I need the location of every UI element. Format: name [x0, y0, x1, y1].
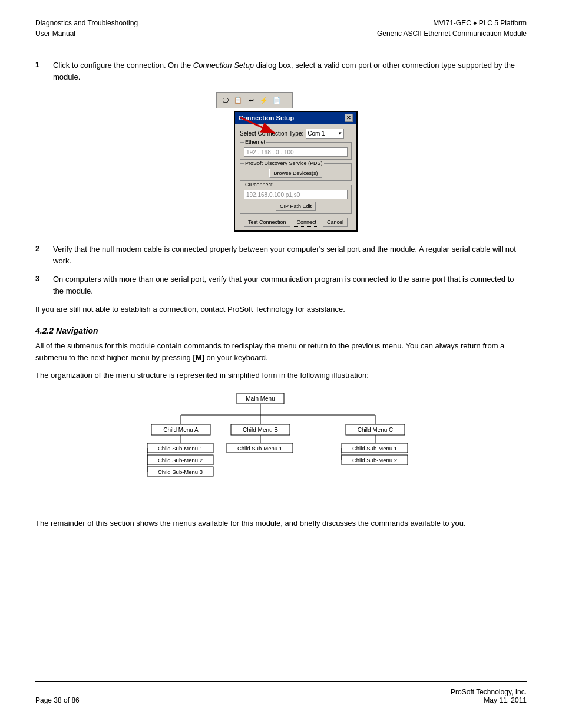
step-3-number: 3 [35, 274, 45, 297]
step-1-text: Click to configure the connection. On th… [53, 60, 527, 83]
svg-text:Child Sub-Menu 2: Child Sub-Menu 2 [352, 457, 397, 463]
menu-tree-diagram: Main Menu Child Menu A Child Menu B Chil… [128, 390, 434, 508]
step-3: 3 On computers with more than one serial… [35, 274, 527, 297]
header-right-line1: MVI71-GEC ♦ PLC 5 Platform [377, 18, 527, 28]
step-1-italic: Connection Setup [193, 61, 254, 70]
step-2-number: 2 [35, 243, 45, 266]
page-footer: Page 38 of 86 ProSoft Technology, Inc. M… [35, 681, 527, 704]
step-2: 2 Verify that the null modem cable is co… [35, 243, 527, 266]
svg-text:Main Menu: Main Menu [246, 396, 275, 402]
toolbar-icon-3: ↩ [245, 94, 257, 106]
svg-text:Child Sub-Menu 2: Child Sub-Menu 2 [158, 457, 203, 463]
dialog-button-row: Test Connection Connect Cancel [240, 218, 352, 227]
ethernet-group: Ethernet [240, 142, 352, 160]
para-final: The remainder of this section shows the … [35, 518, 527, 529]
section-para1-suffix: on your keyboard. [204, 353, 268, 362]
footer-page-number: Page 38 of 86 [35, 696, 80, 704]
para-contact: If you are still not able to establish a… [35, 304, 527, 315]
svg-text:Child Menu C: Child Menu C [358, 427, 394, 433]
page-header: Diagnostics and Troubleshooting User Man… [35, 18, 527, 45]
svg-line-1 [240, 117, 275, 133]
step-1-number: 1 [35, 60, 45, 83]
toolbar-icon-1: 🖵 [219, 94, 231, 106]
connect-button[interactable]: Connect [293, 218, 321, 227]
header-left-line2: User Manual [35, 28, 138, 39]
svg-text:Child Menu B: Child Menu B [243, 427, 278, 433]
section-para1-prefix: All of the submenus for this module cont… [35, 341, 504, 362]
pds-group-label: ProSoft Discovery Service (PDS) [244, 160, 324, 166]
red-arrow-indicator [222, 108, 293, 141]
svg-text:Child Sub-Menu 1: Child Sub-Menu 1 [237, 445, 282, 452]
pds-group: ProSoft Discovery Service (PDS) Browse D… [240, 163, 352, 181]
test-connection-button[interactable]: Test Connection [244, 218, 290, 227]
section-para1: All of the submenus for this module cont… [35, 340, 527, 364]
svg-text:Child Sub-Menu 3: Child Sub-Menu 3 [158, 469, 203, 475]
step-1-text-prefix: Click to configure the connection. On th… [53, 61, 193, 70]
footer-company: ProSoft Technology, Inc. May 11, 2011 [451, 688, 527, 704]
svg-text:Child Menu A: Child Menu A [163, 427, 199, 433]
dialog-close-button[interactable]: ✕ [345, 114, 353, 122]
main-content: 1 Click to configure the connection. On … [35, 60, 527, 681]
cipconnect-group-label: CIPconnect [244, 182, 274, 187]
footer-company-name: ProSoft Technology, Inc. [451, 688, 527, 696]
header-right-line2: Generic ASCII Ethernet Communication Mod… [377, 28, 527, 39]
cipconnect-group: CIPconnect CIP Path Edit [240, 185, 352, 214]
section-bold: [M] [193, 353, 204, 362]
svg-text:Child Sub-Menu 1: Child Sub-Menu 1 [158, 445, 203, 452]
menu-tree-area: Main Menu Child Menu A Child Menu B Chil… [35, 390, 527, 508]
section-heading: 4.2.2 Navigation [35, 326, 527, 335]
cipconnect-path-input[interactable] [244, 190, 348, 199]
svg-text:Child Sub-Menu 1: Child Sub-Menu 1 [352, 445, 397, 452]
browse-devices-button[interactable]: Browse Devices(s) [269, 169, 322, 178]
toolbar-strip: 🖵 📋 ↩ ⚡ 📄 [216, 92, 293, 108]
select-value: Com 1 [308, 130, 325, 137]
ethernet-ip-input[interactable] [244, 147, 348, 157]
step-2-text: Verify that the null modem cable is conn… [53, 243, 527, 266]
connection-type-select[interactable]: Com 1 ▼ [306, 129, 344, 139]
header-left-line1: Diagnostics and Troubleshooting [35, 18, 138, 28]
header-right: MVI71-GEC ♦ PLC 5 Platform Generic ASCII… [377, 18, 527, 39]
select-dropdown-arrow[interactable]: ▼ [336, 130, 342, 137]
toolbar-icon-2: 📋 [232, 94, 244, 106]
toolbar-icon-4: ⚡ [258, 94, 270, 106]
section-para2: The organization of the menu structure i… [35, 370, 527, 381]
cip-path-edit-button[interactable]: CIP Path Edit [276, 202, 316, 211]
dialog-screenshot-area: 🖵 📋 ↩ ⚡ 📄 [35, 92, 527, 232]
footer-date: May 11, 2011 [451, 696, 527, 704]
cancel-button[interactable]: Cancel [323, 218, 348, 227]
step-1: 1 Click to configure the connection. On … [35, 60, 527, 83]
step-3-text: On computers with more than one serial p… [53, 274, 527, 297]
header-left: Diagnostics and Troubleshooting User Man… [35, 18, 138, 39]
toolbar-icon-5: 📄 [271, 94, 283, 106]
